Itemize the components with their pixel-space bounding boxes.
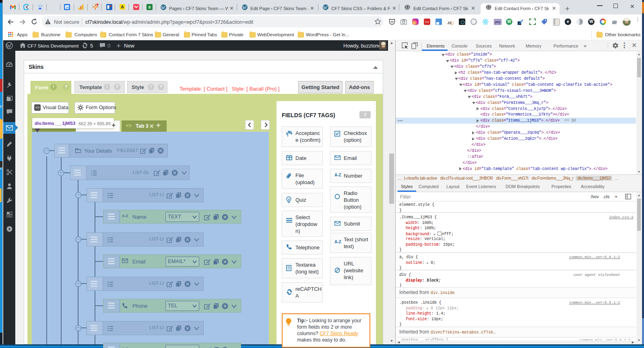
svg-text:14: 14 xyxy=(66,6,69,9)
svg-text:3: 3 xyxy=(91,174,92,176)
